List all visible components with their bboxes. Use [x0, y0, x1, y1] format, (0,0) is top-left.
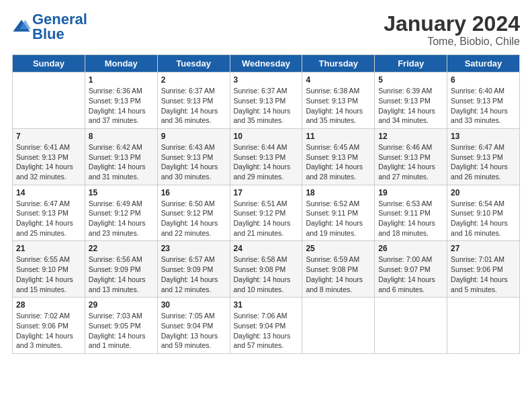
daylight: Daylight: 14 hours and 19 minutes. — [306, 219, 363, 237]
day-number: 16 — [161, 188, 226, 197]
sunset: Sunset: 9:12 PM — [161, 209, 214, 217]
daylight: Daylight: 14 hours and 6 minutes. — [378, 275, 435, 293]
sunrise: Sunrise: 6:55 AM — [16, 255, 70, 263]
day-info: Sunrise: 6:43 AM Sunset: 9:13 PM Dayligh… — [161, 142, 226, 182]
sunrise: Sunrise: 6:54 AM — [451, 199, 504, 208]
day-number: 23 — [161, 244, 226, 253]
week-row-5: 28 Sunrise: 7:02 AM Sunset: 9:06 PM Dayl… — [13, 298, 520, 354]
day-info: Sunrise: 6:37 AM Sunset: 9:13 PM Dayligh… — [234, 86, 299, 126]
subtitle: Tome, Biobio, Chile — [384, 36, 520, 48]
day-info: Sunrise: 6:38 AM Sunset: 9:13 PM Dayligh… — [306, 86, 371, 126]
col-friday: Friday — [375, 55, 447, 73]
sunrise: Sunrise: 6:40 AM — [451, 87, 504, 95]
sunrise: Sunrise: 7:01 AM — [451, 255, 504, 263]
daylight: Daylight: 14 hours and 26 minutes. — [451, 163, 508, 181]
daylight: Daylight: 14 hours and 18 minutes. — [378, 219, 435, 237]
sunset: Sunset: 9:13 PM — [306, 97, 358, 105]
sunset: Sunset: 9:13 PM — [161, 153, 214, 161]
day-cell-3-5: 26 Sunrise: 7:00 AM Sunset: 9:07 PM Dayl… — [375, 241, 447, 298]
day-cell-1-3: 10 Sunrise: 6:44 AM Sunset: 9:13 PM Dayl… — [230, 128, 302, 185]
day-cell-3-3: 24 Sunrise: 6:58 AM Sunset: 9:08 PM Dayl… — [230, 241, 302, 298]
sunrise: Sunrise: 7:06 AM — [234, 312, 287, 320]
header: General Blue January 2024 Tome, Biobio, … — [12, 12, 520, 48]
daylight: Daylight: 14 hours and 35 minutes. — [234, 107, 291, 125]
sunrise: Sunrise: 6:49 AM — [89, 199, 142, 208]
day-info: Sunrise: 6:49 AM Sunset: 9:12 PM Dayligh… — [89, 199, 154, 238]
daylight: Daylight: 14 hours and 30 minutes. — [161, 163, 218, 181]
day-cell-2-5: 19 Sunrise: 6:53 AM Sunset: 9:11 PM Dayl… — [375, 185, 447, 241]
day-cell-0-6: 6 Sunrise: 6:40 AM Sunset: 9:13 PM Dayli… — [447, 73, 520, 129]
day-info: Sunrise: 6:50 AM Sunset: 9:12 PM Dayligh… — [161, 199, 226, 238]
daylight: Daylight: 14 hours and 28 minutes. — [306, 163, 363, 181]
day-number: 7 — [16, 132, 81, 141]
day-cell-0-2: 2 Sunrise: 6:37 AM Sunset: 9:13 PM Dayli… — [157, 73, 230, 129]
sunrise: Sunrise: 6:38 AM — [306, 87, 359, 95]
sunset: Sunset: 9:05 PM — [89, 322, 141, 330]
sunrise: Sunrise: 6:37 AM — [161, 87, 215, 95]
sunset: Sunset: 9:13 PM — [451, 97, 503, 105]
day-number: 5 — [378, 75, 443, 85]
sunrise: Sunrise: 6:47 AM — [451, 143, 504, 151]
sunrise: Sunrise: 6:43 AM — [161, 143, 215, 151]
sunset: Sunset: 9:13 PM — [234, 97, 286, 105]
day-cell-4-4 — [302, 298, 375, 354]
day-number: 31 — [234, 300, 299, 310]
day-number: 11 — [306, 132, 371, 141]
day-info: Sunrise: 6:37 AM Sunset: 9:13 PM Dayligh… — [161, 86, 226, 126]
daylight: Daylight: 14 hours and 16 minutes. — [451, 219, 508, 237]
sunset: Sunset: 9:13 PM — [89, 97, 141, 105]
daylight: Daylight: 14 hours and 27 minutes. — [378, 163, 435, 181]
daylight: Daylight: 14 hours and 21 minutes. — [234, 219, 291, 237]
day-cell-3-6: 27 Sunrise: 7:01 AM Sunset: 9:06 PM Dayl… — [447, 241, 520, 298]
day-number: 20 — [451, 188, 516, 197]
day-info: Sunrise: 6:47 AM Sunset: 9:13 PM Dayligh… — [451, 142, 516, 182]
day-number: 30 — [161, 300, 226, 310]
day-cell-3-1: 22 Sunrise: 6:56 AM Sunset: 9:09 PM Dayl… — [85, 241, 157, 298]
daylight: Daylight: 14 hours and 31 minutes. — [89, 163, 146, 181]
day-number: 14 — [16, 188, 81, 197]
sunset: Sunset: 9:04 PM — [234, 322, 286, 330]
sunrise: Sunrise: 6:58 AM — [234, 255, 287, 263]
daylight: Daylight: 14 hours and 23 minutes. — [89, 219, 146, 237]
week-row-4: 21 Sunrise: 6:55 AM Sunset: 9:10 PM Dayl… — [13, 241, 520, 298]
daylight: Daylight: 13 hours and 57 minutes. — [234, 332, 291, 350]
day-number: 2 — [161, 75, 226, 85]
sunset: Sunset: 9:13 PM — [378, 153, 431, 161]
col-saturday: Saturday — [447, 55, 520, 73]
sunset: Sunset: 9:13 PM — [234, 153, 286, 161]
day-cell-1-6: 13 Sunrise: 6:47 AM Sunset: 9:13 PM Dayl… — [447, 128, 520, 185]
sunset: Sunset: 9:12 PM — [234, 209, 286, 217]
sunset: Sunset: 9:04 PM — [161, 322, 214, 330]
sunrise: Sunrise: 6:44 AM — [234, 143, 287, 151]
daylight: Daylight: 14 hours and 5 minutes. — [451, 275, 508, 293]
day-info: Sunrise: 6:55 AM Sunset: 9:10 PM Dayligh… — [16, 255, 81, 294]
day-number: 3 — [234, 75, 299, 85]
daylight: Daylight: 14 hours and 3 minutes. — [16, 332, 73, 350]
day-number: 26 — [378, 244, 443, 253]
day-number: 24 — [234, 244, 299, 253]
day-cell-0-1: 1 Sunrise: 6:36 AM Sunset: 9:13 PM Dayli… — [85, 73, 157, 129]
sunset: Sunset: 9:13 PM — [451, 153, 503, 161]
sunrise: Sunrise: 6:36 AM — [89, 87, 142, 95]
sunrise: Sunrise: 6:56 AM — [89, 255, 142, 263]
col-tuesday: Tuesday — [157, 55, 230, 73]
day-cell-1-2: 9 Sunrise: 6:43 AM Sunset: 9:13 PM Dayli… — [157, 128, 230, 185]
day-cell-0-5: 5 Sunrise: 6:39 AM Sunset: 9:13 PM Dayli… — [375, 73, 447, 129]
calendar: Sunday Monday Tuesday Wednesday Thursday… — [12, 54, 520, 354]
day-number: 21 — [16, 244, 81, 253]
sunrise: Sunrise: 6:50 AM — [161, 199, 215, 208]
day-info: Sunrise: 6:59 AM Sunset: 9:08 PM Dayligh… — [306, 255, 371, 294]
sunset: Sunset: 9:13 PM — [89, 153, 141, 161]
sunset: Sunset: 9:10 PM — [451, 209, 503, 217]
daylight: Daylight: 14 hours and 36 minutes. — [161, 107, 218, 125]
day-info: Sunrise: 7:03 AM Sunset: 9:05 PM Dayligh… — [89, 311, 154, 351]
sunset: Sunset: 9:08 PM — [234, 265, 286, 273]
day-cell-3-4: 25 Sunrise: 6:59 AM Sunset: 9:08 PM Dayl… — [302, 241, 375, 298]
sunset: Sunset: 9:09 PM — [161, 265, 214, 273]
day-info: Sunrise: 6:52 AM Sunset: 9:11 PM Dayligh… — [306, 199, 371, 238]
day-number: 19 — [378, 188, 443, 197]
sunrise: Sunrise: 6:51 AM — [234, 199, 287, 208]
day-info: Sunrise: 6:56 AM Sunset: 9:09 PM Dayligh… — [89, 255, 154, 294]
logo: General Blue — [12, 12, 87, 42]
sunset: Sunset: 9:11 PM — [378, 209, 431, 217]
